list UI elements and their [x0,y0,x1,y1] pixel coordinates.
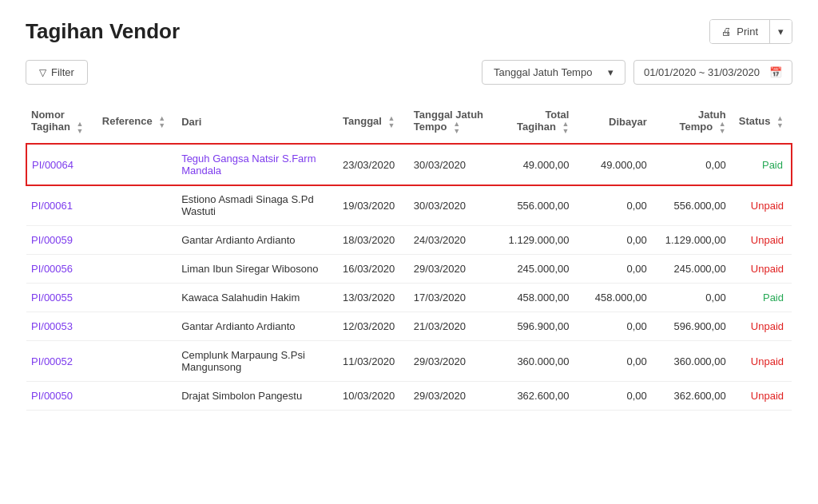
table-cell: 0,00 [655,144,734,185]
table-cell: Teguh Gangsa Natsir S.Farm Mandala [177,144,338,185]
col-header-dibayar: Dibayar [577,101,654,144]
sort-icon-status: ▲▼ [776,115,784,129]
table-cell [97,382,177,411]
table-cell [97,144,177,185]
table-cell: PI/00064 [26,144,97,185]
table-header-row: NomorTagihan ▲▼ Reference ▲▼ Dari Tangga… [26,101,792,144]
table-cell: Unpaid [734,226,792,255]
col-header-tanggal[interactable]: Tanggal ▲▼ [338,101,409,144]
col-header-reference[interactable]: Reference ▲▼ [97,101,177,144]
table-row[interactable]: PI/00055Kawaca Salahudin Hakim13/03/2020… [26,284,792,312]
table-cell: Paid [734,144,792,185]
table-cell: PI/00055 [26,284,97,312]
table-cell [97,284,177,312]
table-cell: 1.129.000,00 [655,226,734,255]
print-dropdown-button[interactable]: ▾ [770,20,792,43]
table-cell: Drajat Simbolon Pangestu [177,382,338,411]
table-cell: 0,00 [577,226,654,255]
table-row[interactable]: PI/00061Estiono Asmadi Sinaga S.Pd Wastu… [26,185,792,226]
printer-icon: 🖨 [721,26,732,38]
table-cell: 245.000,00 [491,255,577,284]
table-cell: PI/00061 [26,185,97,226]
table-cell: 0,00 [655,284,734,312]
page-title: Tagihan Vendor [26,19,180,44]
col-label-tanggal: Tanggal [343,115,382,127]
table-cell: 10/03/2020 [338,382,409,411]
print-label: Print [737,26,758,38]
date-range-picker[interactable]: 01/01/2020 ~ 31/03/2020 📅 [633,60,792,85]
dropdown-chevron-icon: ▾ [608,66,614,78]
col-header-jatuh-tempo[interactable]: Tanggal JatuhTempo ▲▼ [409,101,491,144]
table-cell: 13/03/2020 [338,284,409,312]
table-cell: Unpaid [734,341,792,382]
table-cell: Gantar Ardianto Ardianto [177,226,338,255]
table-cell: 0,00 [577,312,654,341]
sort-icon-tanggal: ▲▼ [388,115,395,129]
print-button[interactable]: 🖨 Print [710,20,770,43]
sort-icon-total: ▲▼ [562,121,570,135]
table-cell: 16/03/2020 [338,255,409,284]
filter-button[interactable]: ▽ Filter [26,60,88,85]
table-cell: Unpaid [734,255,792,284]
table-cell: 362.600,00 [491,382,577,411]
col-header-status[interactable]: Status ▲▼ [734,101,792,144]
table-cell: Unpaid [734,312,792,341]
table-cell: 19/03/2020 [338,185,409,226]
table-cell: 18/03/2020 [338,226,409,255]
table-cell: 0,00 [577,185,654,226]
table-cell: 556.000,00 [655,185,734,226]
table-cell: 458.000,00 [577,284,654,312]
table-row[interactable]: PI/00056Liman Ibun Siregar Wibosono16/03… [26,255,792,284]
table-cell: 1.129.000,00 [491,226,577,255]
col-label-dari: Dari [181,116,201,128]
sort-icon-reference: ▲▼ [158,115,165,129]
table-cell: 596.900,00 [655,312,734,341]
chevron-down-icon: ▾ [778,26,784,38]
table-row[interactable]: PI/00052Cemplunk Marpaung S.Psi Mangunso… [26,341,792,382]
col-header-dari: Dari [177,101,338,144]
toolbar: ▽ Filter Tanggal Jatuh Tempo ▾ 01/01/202… [26,60,792,85]
col-header-jatuh[interactable]: JatuhTempo ▲▼ [655,101,734,144]
col-label-reference: Reference [102,115,153,127]
sort-icon-jatuh-tempo: ▲▼ [453,121,460,135]
table-cell: 556.000,00 [491,185,577,226]
table-row[interactable]: PI/00050Drajat Simbolon Pangestu10/03/20… [26,382,792,411]
table-cell: Gantar Ardianto Ardianto [177,312,338,341]
table-cell: Cemplunk Marpaung S.Psi Mangunsong [177,341,338,382]
date-range-value: 01/01/2020 ~ 31/03/2020 [644,66,760,78]
table-row[interactable]: PI/00059Gantar Ardianto Ardianto18/03/20… [26,226,792,255]
table-cell: 245.000,00 [655,255,734,284]
vendor-bills-table: NomorTagihan ▲▼ Reference ▲▼ Dari Tangga… [26,101,792,411]
table-row[interactable]: PI/00064Teguh Gangsa Natsir S.Farm Manda… [26,144,792,185]
print-button-group: 🖨 Print ▾ [709,19,792,44]
table-cell: 360.000,00 [655,341,734,382]
col-label-jatuh-tempo: Tanggal JatuhTempo [414,109,483,133]
table-cell [97,185,177,226]
table-cell: 21/03/2020 [409,312,491,341]
col-header-total-tagihan[interactable]: TotalTagihan ▲▼ [491,101,577,144]
table-cell: PI/00052 [26,341,97,382]
table-cell: 49.000,00 [491,144,577,185]
table-cell: 23/03/2020 [338,144,409,185]
table-cell: PI/00056 [26,255,97,284]
filter-icon: ▽ [39,67,46,78]
table-cell: 49.000,00 [577,144,654,185]
table-cell: 0,00 [577,341,654,382]
table-cell: Estiono Asmadi Sinaga S.Pd Wastuti [177,185,338,226]
table-cell: Liman Ibun Siregar Wibosono [177,255,338,284]
col-header-nomor[interactable]: NomorTagihan ▲▼ [26,101,97,144]
table-cell: 12/03/2020 [338,312,409,341]
table-cell: 24/03/2020 [409,226,491,255]
table-cell: 11/03/2020 [338,341,409,382]
table-cell [97,255,177,284]
table-row[interactable]: PI/00053Gantar Ardianto Ardianto12/03/20… [26,312,792,341]
filter-label: Filter [51,66,74,78]
col-label-nomor: NomorTagihan [31,109,70,133]
col-label-dibayar: Dibayar [609,116,647,128]
table-cell: PI/00050 [26,382,97,411]
table-cell: Paid [734,284,792,312]
table-cell: 458.000,00 [491,284,577,312]
table-cell: 17/03/2020 [409,284,491,312]
col-label-status: Status [739,115,771,127]
date-filter-dropdown[interactable]: Tanggal Jatuh Tempo ▾ [482,60,625,85]
